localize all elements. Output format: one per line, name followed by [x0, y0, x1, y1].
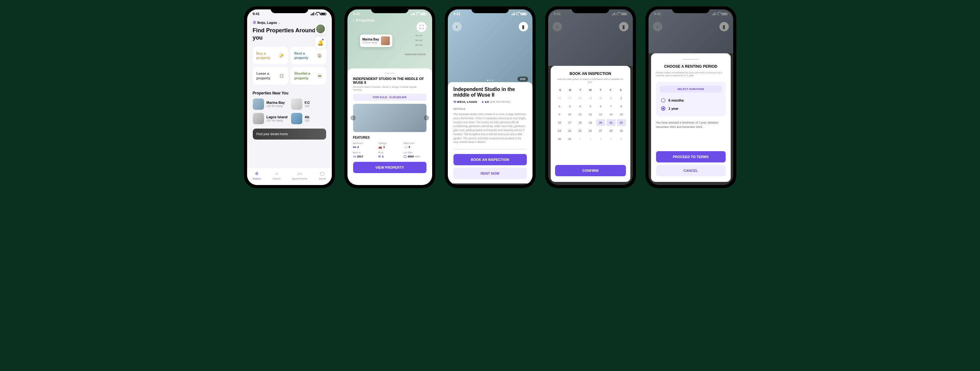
calendar-day[interactable]: 5 — [617, 135, 626, 142]
calendar-day[interactable]: 8 — [617, 103, 626, 110]
calendar-day[interactable]: 26 — [586, 127, 595, 134]
property-thumb — [291, 99, 302, 110]
map-popup[interactable]: Marina Bay120 km away — [360, 35, 392, 47]
sheet-handle[interactable] — [385, 73, 395, 74]
calendar-grid: 2627282930311234567891011121314151617181… — [555, 95, 626, 142]
calendar-day[interactable]: 22 — [617, 119, 626, 126]
calendar-day[interactable]: 16 — [555, 119, 564, 126]
calendar-day[interactable]: 26 — [555, 95, 564, 102]
calendar-day[interactable]: 4 — [606, 135, 616, 142]
sheet-subtitle: Please select a timeframe for your rent … — [656, 71, 725, 77]
bath-icon: 🛁 — [404, 145, 407, 149]
sheet-handle[interactable] — [683, 59, 699, 60]
map-street-label: 5th Ave — [415, 39, 422, 41]
status-time: 9:41 — [453, 12, 460, 16]
back-button[interactable]: ‹ — [653, 22, 662, 31]
calendar-day[interactable]: 27 — [596, 127, 605, 134]
calendar-day[interactable]: 7 — [606, 103, 616, 110]
tab-appointments[interactable]: ▭Appointments — [292, 170, 307, 180]
home-indicator[interactable] — [374, 185, 406, 186]
property-thumb — [291, 113, 302, 124]
details-label: DETAILS — [453, 107, 527, 110]
calendar-day[interactable]: 2 — [586, 135, 595, 142]
calendar-day[interactable]: 3 — [565, 103, 574, 110]
notch — [270, 6, 308, 13]
calendar-day[interactable]: 4 — [576, 103, 585, 110]
rent-now-button[interactable]: RENT NOW — [453, 168, 527, 179]
calendar-day[interactable]: 12 — [586, 111, 595, 118]
calendar-day[interactable]: 30 — [555, 135, 564, 142]
calendar-day[interactable]: 2 — [555, 103, 564, 110]
calendar-day[interactable]: 28 — [606, 127, 616, 134]
view-property-button[interactable]: VIEW PROPERTY — [353, 162, 426, 173]
confirm-button[interactable]: CONFIRM — [555, 165, 626, 176]
calendar-icon: ▭ — [353, 154, 356, 158]
calendar-day[interactable]: 9 — [555, 111, 564, 118]
calendar-day[interactable]: 18 — [576, 119, 585, 126]
gallery-next[interactable]: › — [424, 115, 429, 120]
category-buy[interactable]: Buy a property🔑 — [253, 47, 288, 65]
map-back[interactable]: ‹Properties — [347, 18, 432, 22]
nearby-item[interactable]: Marina Bay120 km away — [253, 99, 288, 110]
book-inspection-button[interactable]: BOOK AN INSPECTION — [453, 154, 527, 165]
dream-home-banner[interactable]: Find your dream home — [253, 129, 326, 140]
calendar-day[interactable]: 17 — [565, 119, 574, 126]
nearby-item[interactable]: Lagos Island120 km away — [253, 113, 288, 124]
tab-saved[interactable]: ▢Saved — [319, 170, 326, 180]
calendar-day[interactable]: 27 — [565, 95, 574, 102]
nearby-item[interactable]: Ab120 — [291, 113, 326, 124]
calendar-day[interactable]: 10 — [565, 111, 574, 118]
home-indicator[interactable] — [274, 185, 305, 186]
back-button[interactable]: ‹ — [552, 22, 562, 31]
cancel-button[interactable]: CANCEL — [656, 165, 725, 176]
nearby-item[interactable]: F.C120 — [291, 99, 326, 110]
home-indicator[interactable] — [474, 185, 506, 186]
gallery-prev[interactable]: ‹ — [351, 115, 356, 120]
calendar-day[interactable]: 1 — [576, 135, 585, 142]
calendar-day[interactable]: 25 — [576, 127, 585, 134]
calendar-day[interactable]: 19 — [586, 119, 595, 126]
calendar-day[interactable]: 14 — [606, 111, 616, 118]
bookmark-button[interactable]: ▮ — [619, 22, 628, 31]
map-area-label: PARKVIEW ESTATE — [405, 53, 426, 56]
calendar-day[interactable]: 6 — [596, 103, 605, 110]
tab-search[interactable]: ○Search — [272, 170, 280, 180]
notifications-button[interactable]: 🔔 — [315, 37, 326, 48]
back-button[interactable]: ‹ — [452, 22, 461, 31]
bookmark-button[interactable]: ▮ — [719, 22, 729, 31]
calendar-day[interactable]: 31 — [565, 135, 574, 142]
home-indicator[interactable] — [675, 185, 706, 186]
profile-button[interactable] — [315, 23, 326, 35]
tab-explore[interactable]: ⊕Explore — [253, 170, 261, 180]
calendar-icon: ▭ — [297, 170, 302, 176]
calendar-day[interactable]: 11 — [576, 111, 585, 118]
calendar-day[interactable]: 24 — [565, 127, 574, 134]
category-lease[interactable]: Lease a property📋 — [253, 67, 288, 85]
home-indicator[interactable] — [575, 185, 606, 186]
proceed-button[interactable]: PROCEED TO TERMS — [656, 151, 725, 162]
calendar-day[interactable]: 30 — [596, 95, 605, 102]
calendar-day[interactable]: 13 — [596, 111, 605, 118]
calendar-day[interactable]: 5 — [586, 103, 595, 110]
calendar-day[interactable]: 20 — [596, 119, 605, 126]
map-layers-button[interactable]: ⛶ — [417, 22, 426, 32]
duration-1year[interactable]: 1 year — [660, 104, 722, 113]
bookmark-button[interactable]: ▮ — [519, 22, 528, 31]
calendar-day[interactable]: 28 — [576, 95, 585, 102]
calendar-day[interactable]: 31 — [606, 95, 616, 102]
calendar-day[interactable]: 23 — [555, 127, 564, 134]
calendar-day[interactable]: 21 — [606, 119, 616, 126]
tab-bar: ⊕Explore ○Search ▭Appointments ▢Saved — [247, 168, 332, 185]
calendar-day[interactable]: 29 — [617, 127, 626, 134]
calendar-day[interactable]: 29 — [586, 95, 595, 102]
duration-6months[interactable]: 6 months — [660, 96, 722, 104]
calendar-day[interactable]: 1 — [617, 95, 626, 102]
calendar-day[interactable]: 3 — [596, 135, 605, 142]
property-gallery[interactable]: ‹ › — [353, 104, 426, 132]
property-hero[interactable]: 9:41 ‹ ▮ 1/12 — [448, 10, 533, 85]
sheet-title: BOOK AN INSPECTION — [555, 72, 626, 76]
category-rent[interactable]: Rent a property🏠 — [291, 47, 326, 65]
map-view[interactable]: 9:41 ‹Properties ⛶ Marina Bay120 km away… — [347, 10, 432, 72]
calendar-day[interactable]: 15 — [617, 111, 626, 118]
category-shortlet[interactable]: Shortlet a property🛏 — [291, 67, 326, 85]
